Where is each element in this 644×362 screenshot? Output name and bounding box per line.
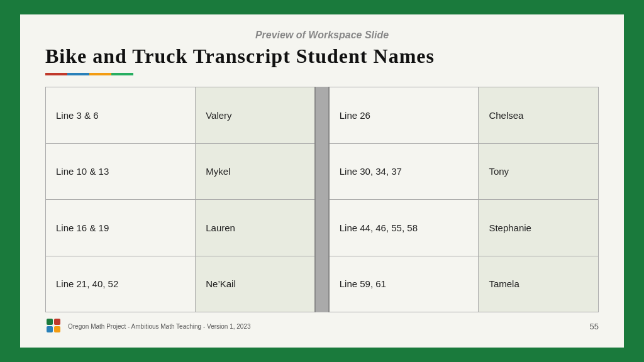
table-row: Line 10 & 13MykelLine 30, 34, 37Tony <box>46 143 599 200</box>
line-cell-right: Line 30, 34, 37 <box>329 143 479 200</box>
name-cell-right: Stephanie <box>479 200 599 256</box>
table-row: Line 3 & 6ValeryLine 26Chelsea <box>46 87 599 144</box>
title-underline <box>45 73 133 75</box>
svg-rect-2 <box>47 326 53 332</box>
name-cell-right: Tony <box>479 143 599 200</box>
preview-label: Preview of Workspace Slide <box>45 30 599 41</box>
page-number: 55 <box>590 322 599 331</box>
table-container: Line 3 & 6ValeryLine 26ChelseaLine 10 & … <box>45 87 599 312</box>
slide-title: Bike and Truck Transcript Student Names <box>45 45 599 68</box>
name-cell-right: Tamela <box>479 256 599 312</box>
underline-seg3 <box>89 73 111 75</box>
table-row: Line 21, 40, 52Ne’KailLine 59, 61Tamela <box>46 256 599 312</box>
footer-text: Oregon Math Project - Ambitious Math Tea… <box>68 323 251 330</box>
line-cell-right: Line 26 <box>329 87 479 144</box>
name-cell-left: Ne’Kail <box>196 256 316 312</box>
divider-cell <box>315 256 328 312</box>
svg-rect-0 <box>47 319 53 325</box>
student-names-table: Line 3 & 6ValeryLine 26ChelseaLine 10 & … <box>45 87 599 312</box>
line-cell-right: Line 59, 61 <box>329 256 479 312</box>
line-cell-right: Line 44, 46, 55, 58 <box>329 200 479 256</box>
name-cell-right: Chelsea <box>479 87 599 144</box>
slide: Preview of Workspace Slide Bike and Truc… <box>20 14 624 348</box>
footer: Oregon Math Project - Ambitious Math Tea… <box>45 317 599 335</box>
line-cell-left: Line 3 & 6 <box>46 87 196 144</box>
line-cell-left: Line 10 & 13 <box>46 143 196 200</box>
svg-rect-1 <box>54 319 60 325</box>
underline-seg1 <box>45 73 67 75</box>
name-cell-left: Lauren <box>196 200 316 256</box>
slide-wrapper: Preview of Workspace Slide Bike and Truc… <box>0 0 644 362</box>
svg-rect-3 <box>54 326 60 332</box>
underline-seg4 <box>111 73 133 75</box>
divider-cell <box>315 87 328 144</box>
line-cell-left: Line 16 & 19 <box>46 200 196 256</box>
name-cell-left: Mykel <box>196 143 316 200</box>
underline-seg2 <box>67 73 89 75</box>
footer-left: Oregon Math Project - Ambitious Math Tea… <box>45 317 251 335</box>
table-row: Line 16 & 19LaurenLine 44, 46, 55, 58Ste… <box>46 200 599 256</box>
line-cell-left: Line 21, 40, 52 <box>46 256 196 312</box>
divider-cell <box>315 200 328 256</box>
footer-logo-icon <box>45 317 63 335</box>
divider-cell <box>315 143 328 200</box>
name-cell-left: Valery <box>196 87 316 144</box>
